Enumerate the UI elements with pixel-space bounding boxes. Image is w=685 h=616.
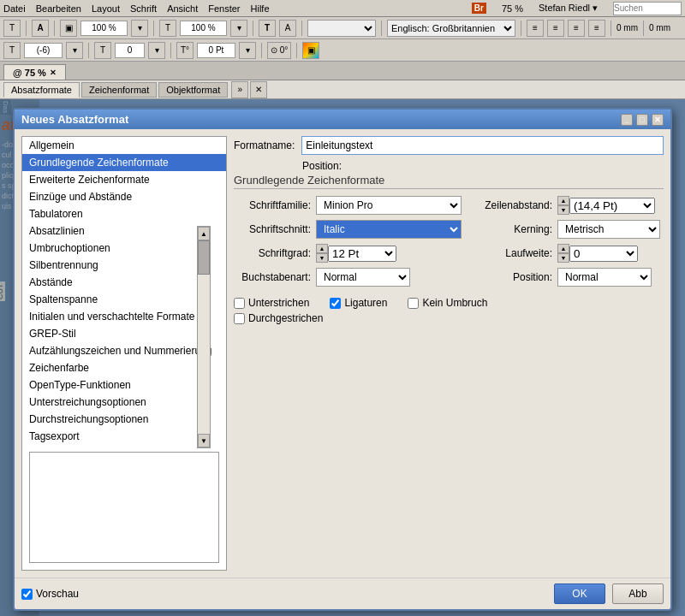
category-aufzahlung[interactable]: Aufzählungszeichen und Nummerierung: [22, 342, 226, 359]
cancel-button[interactable]: Abb: [612, 583, 664, 604]
category-durchstreich[interactable]: Durchstreichungsoptionen: [22, 411, 226, 428]
buchstabenart-select[interactable]: Normal: [316, 268, 410, 287]
laufweite-up-btn[interactable]: ▲: [557, 244, 569, 253]
panel-tab-zeichen[interactable]: Zeichenformat: [81, 82, 157, 98]
language-dropdown[interactable]: Englisch: Großbritannien: [387, 20, 515, 37]
zeilenabstand-up-btn[interactable]: ▲: [557, 196, 569, 205]
dialog-minimize-btn[interactable]: _: [621, 114, 633, 126]
document-tab[interactable]: @ 75 % ✕: [3, 64, 66, 80]
menu-item-hilfe[interactable]: Hilfe: [251, 3, 270, 14]
scroll-up-arrow[interactable]: ▲: [198, 227, 210, 240]
bridge-icon[interactable]: Br: [472, 3, 486, 14]
align-justify-btn[interactable]: ≡: [588, 20, 605, 37]
align-right-btn[interactable]: ≡: [568, 20, 585, 37]
text-btn4[interactable]: T°: [176, 42, 194, 59]
val-arrow2[interactable]: ▾: [148, 42, 165, 59]
search-input[interactable]: [613, 2, 682, 15]
kerning-row: Kerning: Metrisch: [475, 220, 664, 239]
unterstrichen-checkbox[interactable]: [234, 298, 245, 309]
val-arrow1[interactable]: ▾: [66, 42, 83, 59]
category-zeichen-farbe[interactable]: Zeichenfarbe: [22, 359, 226, 376]
panels-close-btn[interactable]: ✕: [250, 81, 267, 98]
text-size-icon[interactable]: T: [159, 20, 176, 37]
zoom-input1[interactable]: [80, 21, 128, 36]
category-tagsexport[interactable]: Tagsexport: [22, 428, 226, 445]
category-opentype[interactable]: OpenType-Funktionen: [22, 376, 226, 394]
category-abstande[interactable]: Abstände: [22, 274, 226, 291]
category-grundlegende[interactable]: Grundlegende Zeichenformate: [22, 154, 226, 171]
dialog-maximize-btn[interactable]: □: [636, 114, 648, 126]
zoom-display: 75 %: [502, 3, 523, 14]
val-input1[interactable]: [24, 43, 63, 58]
zoom-arrow2[interactable]: ▾: [230, 20, 247, 37]
panels-more-btn[interactable]: »: [231, 81, 248, 98]
zoom-input2[interactable]: [180, 21, 227, 36]
menu-item-layout[interactable]: Layout: [92, 3, 120, 14]
menu-item-fenster[interactable]: Fenster: [208, 3, 240, 14]
panel-tab-objekt[interactable]: Objektformat: [158, 82, 228, 98]
zeilenabstand-down-btn[interactable]: ▼: [557, 205, 569, 215]
menu-item-ansicht[interactable]: Ansicht: [167, 3, 198, 14]
scroll-thumb[interactable]: [198, 240, 210, 275]
schriftgrad-down-btn[interactable]: ▼: [316, 253, 328, 263]
sep1: [26, 21, 27, 36]
schriftschnitt-select[interactable]: Italic Regular Bold Bold Italic: [316, 220, 462, 239]
category-tabulatoren[interactable]: Tabulatoren: [22, 205, 226, 222]
val-input3[interactable]: [197, 43, 235, 58]
ligaturen-checkbox[interactable]: [330, 298, 341, 309]
category-unterstreich[interactable]: Unterstreichungsoptionen: [22, 394, 226, 411]
position-row: Position:: [234, 160, 664, 172]
val-arrow3[interactable]: ▾: [239, 42, 256, 59]
category-grep[interactable]: GREP-Stil: [22, 325, 226, 342]
char-style-btn[interactable]: A: [32, 20, 49, 37]
category-umbruch[interactable]: Umbruchoptionen: [22, 240, 226, 257]
tab-close-icon[interactable]: ✕: [50, 68, 57, 77]
buchstabenart-select-wrapper: Normal: [316, 268, 462, 287]
style-dropdown[interactable]: [Ohne]: [307, 20, 376, 37]
schriftgrad-select[interactable]: 12 Pt: [328, 246, 396, 262]
menu-item-bearbeiten[interactable]: Bearbeiten: [36, 3, 81, 14]
align-center-btn[interactable]: ≡: [547, 20, 564, 37]
zoom-btn1[interactable]: ▣: [60, 20, 77, 37]
text-tool-btn[interactable]: T: [3, 20, 21, 37]
vorschau-checkbox[interactable]: [21, 589, 33, 600]
category-initialen[interactable]: Initialen und verschachtelte Formate: [22, 308, 226, 325]
menu-item-schrift[interactable]: Schrift: [130, 3, 157, 14]
align-btn[interactable]: A: [279, 20, 296, 37]
category-einzuge[interactable]: Einzüge und Abstände: [22, 188, 226, 205]
scroll-down-arrow[interactable]: ▼: [198, 434, 210, 447]
text-btn2[interactable]: T: [3, 42, 21, 59]
durchgestrichen-item: Durchgestrichen: [234, 312, 323, 324]
dialog-title-bar: Neues Absatzformat _ □ ✕: [15, 110, 670, 129]
laufweite-select[interactable]: 0: [569, 246, 638, 262]
color-btn[interactable]: ▣: [302, 42, 319, 59]
position-select[interactable]: Normal: [557, 268, 652, 287]
val-input2[interactable]: [115, 43, 145, 58]
category-absatzlinien[interactable]: Absatzlinien: [22, 222, 226, 240]
ligaturen-item: Ligaturen: [330, 297, 387, 309]
category-erweiterte[interactable]: Erweiterte Zeichenformate: [22, 171, 226, 188]
kein-umbruch-checkbox[interactable]: [408, 298, 419, 309]
sep3: [153, 21, 154, 36]
schriftfamilie-select[interactable]: Minion Pro: [316, 196, 462, 215]
kerning-label: Kerning:: [475, 223, 552, 235]
category-allgemein[interactable]: Allgemein: [22, 137, 226, 154]
laufweite-down-btn[interactable]: ▼: [557, 253, 569, 263]
category-silben[interactable]: Silbentrennung: [22, 257, 226, 274]
dialog-close-btn[interactable]: ✕: [652, 114, 664, 126]
kerning-select[interactable]: Metrisch: [557, 220, 660, 239]
align-left-btn[interactable]: ≡: [527, 20, 544, 37]
zoom-arrow1[interactable]: ▾: [131, 20, 148, 37]
panel-tab-absatz[interactable]: Absatzformate: [3, 82, 80, 98]
ok-button[interactable]: OK: [554, 583, 605, 604]
durchgestrichen-checkbox[interactable]: [234, 313, 245, 324]
type-btn[interactable]: T: [259, 20, 276, 37]
text-btn3[interactable]: T: [94, 42, 111, 59]
menu-item-datei[interactable]: Datei: [3, 3, 26, 14]
category-spalten[interactable]: Spaltenspanne: [22, 291, 226, 308]
schriftgrad-up-btn[interactable]: ▲: [316, 244, 328, 253]
vorschau-checkbox-wrapper: Vorschau: [21, 588, 79, 600]
rotation-btn[interactable]: ⊙ 0°: [267, 42, 291, 59]
zeilenabstand-select[interactable]: (14,4 Pt): [569, 198, 655, 214]
format-name-input[interactable]: [301, 136, 664, 155]
